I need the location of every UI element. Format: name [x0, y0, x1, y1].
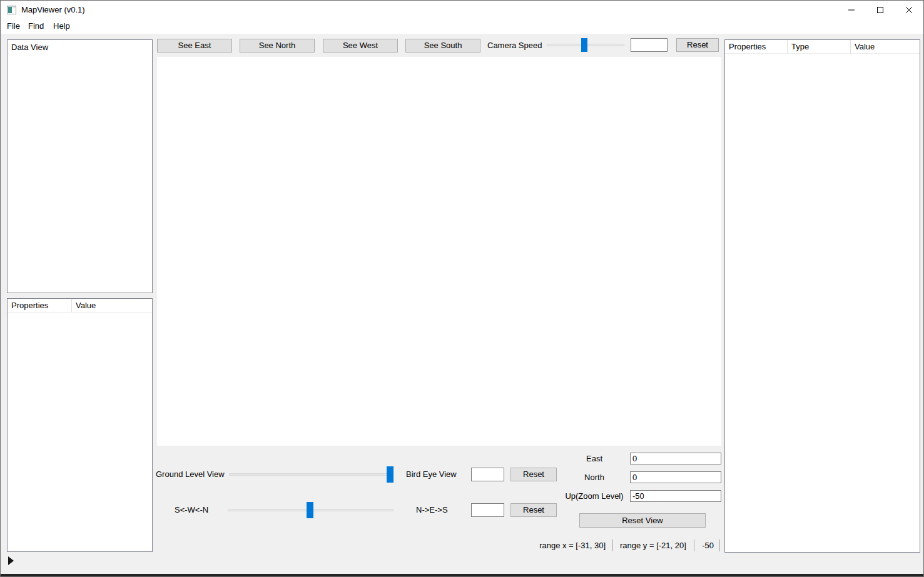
title-bar: MapViewer (v0.1) — [1, 1, 923, 19]
right-properties-header: Properties Type Value — [725, 40, 920, 54]
bird-eye-view-input[interactable] — [471, 468, 504, 481]
camera-speed-label: Camera Speed — [487, 39, 542, 53]
menu-find[interactable]: Find — [28, 19, 44, 34]
see-east-button[interactable]: See East — [157, 39, 232, 53]
see-south-button[interactable]: See South — [405, 39, 480, 53]
menu-bar: File Find Help — [1, 19, 923, 34]
window-controls — [837, 1, 923, 19]
status-zoom-level: -50 — [699, 539, 714, 552]
camera-speed-slider-thumb[interactable] — [581, 38, 587, 52]
north-input[interactable] — [630, 471, 721, 483]
app-window: MapViewer (v0.1) File Find Help — [0, 0, 924, 577]
map-canvas[interactable] — [157, 57, 721, 446]
column-header-properties[interactable]: Properties — [725, 40, 788, 54]
sidebar-expander-icon[interactable] — [8, 556, 14, 565]
app-icon-map-pane — [8, 7, 12, 13]
minimize-icon — [848, 6, 855, 14]
right-properties-panel[interactable]: Properties Type Value — [724, 39, 920, 553]
column-header-properties[interactable]: Properties — [8, 299, 72, 313]
column-header-type[interactable]: Type — [788, 40, 851, 54]
orientation-slider-thumb[interactable] — [307, 502, 313, 518]
close-icon — [905, 6, 913, 14]
column-header-value[interactable]: Value — [851, 40, 920, 54]
orientation-reset-button[interactable]: Reset — [510, 503, 557, 517]
status-range-x: range x = [-31, 30] — [532, 539, 606, 552]
up-zoom-level-label: Up(Zoom Level) — [562, 491, 627, 502]
bird-eye-view-label: Bird Eye View — [406, 469, 457, 479]
data-view-panel[interactable]: Data View — [7, 39, 153, 293]
see-west-button[interactable]: See West — [323, 39, 398, 53]
minimize-button[interactable] — [837, 1, 866, 19]
status-separator — [612, 539, 613, 551]
column-header-value[interactable]: Value — [72, 299, 152, 313]
maximize-button[interactable] — [866, 1, 895, 19]
left-properties-panel[interactable]: Properties Value — [7, 298, 153, 552]
north-label: North — [562, 472, 627, 483]
status-range-y: range y = [-21, 20] — [620, 539, 686, 552]
see-north-button[interactable]: See North — [240, 39, 315, 53]
menu-help[interactable]: Help — [53, 19, 70, 34]
menu-file[interactable]: File — [7, 19, 20, 34]
camera-speed-reset-button[interactable]: Reset — [676, 38, 719, 52]
ground-level-view-label: Ground Level View — [156, 469, 225, 479]
status-separator — [719, 539, 720, 551]
ground-level-slider-thumb[interactable] — [387, 466, 393, 483]
up-zoom-level-input[interactable] — [630, 490, 721, 502]
maximize-icon — [876, 6, 884, 14]
app-icon — [7, 6, 16, 14]
camera-speed-input[interactable] — [631, 38, 668, 52]
reset-view-button[interactable]: Reset View — [579, 513, 706, 528]
window-title: MapViewer (v0.1) — [21, 1, 85, 19]
ground-level-slider-track[interactable] — [229, 473, 393, 476]
status-separator — [694, 539, 694, 551]
left-properties-header: Properties Value — [8, 299, 152, 313]
close-button[interactable] — [895, 1, 923, 19]
orientation-swn-label: S<-W<-N — [175, 505, 208, 515]
bird-eye-reset-button[interactable]: Reset — [510, 468, 557, 481]
orientation-input[interactable] — [471, 503, 504, 517]
orientation-nes-label: N->E->S — [416, 505, 448, 515]
east-input[interactable] — [630, 453, 721, 464]
window-bottom-edge — [1, 574, 923, 577]
data-view-title: Data View — [8, 40, 152, 54]
east-label: East — [562, 453, 627, 464]
